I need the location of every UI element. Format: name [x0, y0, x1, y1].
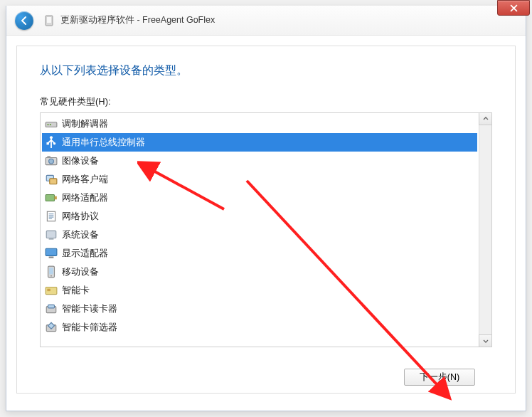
netproto-icon — [45, 210, 58, 223]
list-item-label: 智能卡 — [62, 285, 90, 297]
svg-point-7 — [53, 142, 56, 145]
list-item[interactable]: 系统设备 — [42, 226, 477, 244]
list-item[interactable]: 智能卡筛选器 — [42, 318, 477, 337]
list-item[interactable]: 网络适配器 — [42, 189, 477, 207]
list-item[interactable]: 网络协议 — [42, 207, 477, 226]
list-item[interactable]: 移动设备 — [42, 263, 477, 281]
next-button[interactable]: 下一步(N) — [404, 369, 475, 386]
list-item-label: 移动设备 — [62, 266, 99, 278]
content-frame: 从以下列表选择设备的类型。 常见硬件类型(H): 调制解调器通用串行总线控制器图… — [16, 46, 516, 394]
back-button[interactable] — [15, 11, 33, 30]
netclient-icon — [45, 173, 58, 186]
svg-rect-10 — [47, 156, 50, 157]
list-item[interactable]: 图像设备 — [42, 152, 477, 170]
display-icon — [45, 247, 58, 260]
list-item[interactable]: 显示适配器 — [42, 244, 477, 263]
svg-rect-26 — [48, 305, 55, 308]
svg-rect-13 — [46, 195, 54, 201]
modem-icon — [45, 117, 58, 130]
svg-rect-24 — [47, 289, 50, 291]
svg-rect-15 — [47, 211, 55, 221]
dialog-window: 更新驱动程序软件 - FreeAgent GoFlex 从以下列表选择设备的类型… — [6, 6, 526, 411]
screader-icon — [45, 302, 58, 315]
svg-rect-16 — [46, 231, 56, 238]
smartcard-icon — [45, 284, 58, 297]
close-icon — [510, 4, 518, 12]
list-item[interactable]: 调制解调器 — [42, 115, 477, 133]
usb-icon — [45, 136, 58, 149]
list-item-label: 图像设备 — [62, 155, 99, 167]
scfilter-icon — [45, 321, 58, 334]
header-bar: 更新驱动程序软件 - FreeAgent GoFlex — [6, 6, 526, 36]
svg-rect-21 — [49, 268, 53, 274]
chevron-down-icon — [483, 338, 489, 344]
window-title: 更新驱动程序软件 - FreeAgent GoFlex — [60, 14, 215, 26]
arrow-left-icon — [19, 16, 29, 26]
page-heading: 从以下列表选择设备的类型。 — [40, 63, 492, 78]
list-item[interactable]: 网络客户端 — [42, 170, 477, 189]
svg-rect-14 — [55, 196, 57, 200]
svg-rect-18 — [46, 248, 57, 255]
next-button-label: 下一步(N) — [420, 372, 459, 382]
list-item-label: 网络适配器 — [62, 192, 108, 204]
list-item-label: 网络协议 — [62, 211, 99, 223]
svg-rect-19 — [49, 257, 54, 258]
list-item-label: 通用串行总线控制器 — [62, 137, 145, 149]
imaging-icon — [45, 154, 58, 167]
list-item-label: 调制解调器 — [62, 118, 108, 130]
scroll-down-button[interactable] — [479, 334, 492, 347]
system-icon — [45, 228, 58, 241]
list-item-label: 智能卡读卡器 — [62, 303, 117, 315]
chevron-up-icon — [483, 116, 489, 122]
listbox-items: 调制解调器通用串行总线控制器图像设备网络客户端网络适配器网络协议系统设备显示适配… — [41, 113, 479, 347]
svg-rect-17 — [49, 238, 54, 240]
svg-rect-12 — [50, 179, 57, 184]
list-label: 常见硬件类型(H): — [40, 95, 492, 108]
device-icon — [43, 15, 55, 26]
list-item-label: 显示适配器 — [62, 248, 108, 260]
svg-rect-6 — [46, 142, 48, 144]
list-item[interactable]: 智能卡读卡器 — [42, 300, 477, 318]
svg-point-3 — [47, 124, 48, 125]
svg-point-5 — [50, 136, 53, 139]
svg-point-22 — [50, 275, 52, 277]
scroll-up-button[interactable] — [479, 112, 492, 125]
list-item-label: 系统设备 — [62, 229, 99, 241]
list-item[interactable]: 通用串行总线控制器 — [42, 133, 477, 152]
svg-point-9 — [49, 159, 54, 164]
mobile-icon — [45, 265, 58, 278]
svg-rect-1 — [47, 17, 51, 23]
svg-point-4 — [50, 124, 51, 125]
list-item[interactable]: 智能卡 — [42, 281, 477, 300]
list-item-label: 网络客户端 — [62, 174, 108, 186]
hardware-type-listbox[interactable]: 调制解调器通用串行总线控制器图像设备网络客户端网络适配器网络协议系统设备显示适配… — [40, 112, 492, 347]
netadapter-icon — [45, 191, 58, 204]
close-button[interactable] — [497, 0, 530, 16]
list-item-label: 智能卡筛选器 — [62, 322, 117, 334]
scrollbar[interactable] — [479, 113, 491, 347]
